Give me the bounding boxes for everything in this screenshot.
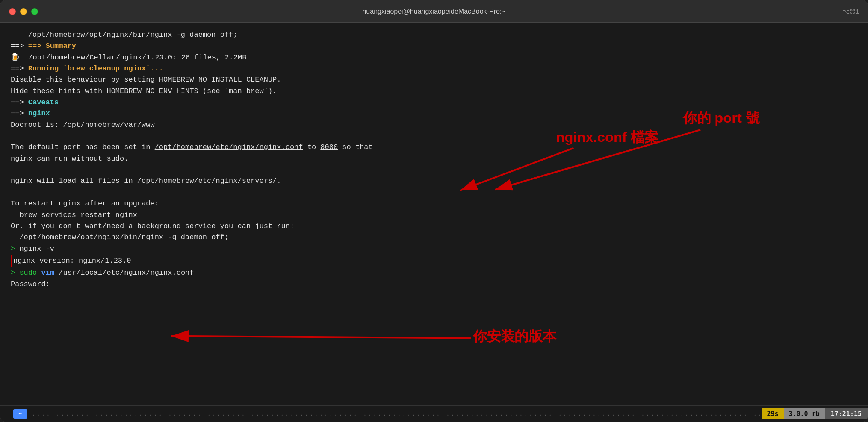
prompt-symbol-2: > (11, 269, 15, 277)
summary-line: ==> ==> Summary (11, 41, 857, 52)
term-line: Docroot is: /opt/homebrew/var/www (11, 120, 857, 131)
port-line: The default port has been set in /opt/ho… (11, 142, 857, 153)
term-line: Or, if you don't want/need a background … (11, 221, 857, 232)
term-line: /opt/homebrew/opt/nginx/bin/nginx -g dae… (11, 232, 857, 243)
rb-badge: 3.0.0 rb (784, 408, 825, 419)
term-line: Hide these hints with HOMEBREW_NO_ENV_HI… (11, 86, 857, 97)
caveats-label: Caveats (28, 98, 59, 106)
blank-line (11, 187, 857, 198)
clock-badge: 17:21:15 (825, 408, 868, 419)
port-number: 8080 (320, 143, 338, 151)
kbd-hint: ⌥⌘1 (843, 8, 859, 15)
svg-text:你安装的版本: 你安装的版本 (472, 328, 557, 344)
svg-line-8 (171, 336, 471, 338)
prompt-sudo-vim: > sudo vim /usr/local/etc/nginx/nginx.co… (11, 267, 857, 278)
maximize-button[interactable] (31, 8, 38, 15)
caveats-line: ==> Caveats (11, 97, 857, 108)
vim-cmd: vim (37, 269, 54, 277)
titlebar: huangxiaopei@huangxiaopeideMacBook-Pro:~… (0, 0, 868, 23)
blank-line (11, 164, 857, 176)
minimize-button[interactable] (20, 8, 27, 15)
version-output-container: nginx version: nginx/1.23.0 (11, 255, 133, 267)
conf-path: /opt/homebrew/etc/nginx/nginx.conf (155, 143, 303, 151)
term-line: /opt/homebrew/opt/nginx/bin/nginx -g dae… (11, 29, 857, 41)
term-line: Disable this behaviour by setting HOMEBR… (11, 74, 857, 85)
sudo-cmd: sudo (19, 269, 37, 277)
tilde-badge: ~ (13, 409, 27, 419)
nginx-header-line: ==> nginx (11, 108, 857, 119)
terminal-body: /opt/homebrew/opt/nginx/bin/nginx -g dae… (0, 23, 868, 405)
terminal-window: huangxiaopei@huangxiaopeideMacBook-Pro:~… (0, 0, 868, 422)
traffic-lights (9, 8, 38, 15)
prompt-nginx-v: > nginx -v (11, 243, 857, 255)
cellar-line: 🍺 /opt/homebrew/Cellar/nginx/1.23.0: 26 … (11, 52, 857, 63)
password-line: Password: (11, 279, 857, 290)
version-output: nginx version: nginx/1.23.0 (11, 255, 133, 267)
time-badge: 29s (762, 408, 783, 419)
term-line: brew services restart nginx (11, 210, 857, 221)
prompt-symbol: > (11, 245, 15, 253)
term-line: nginx can run without sudo. (11, 153, 857, 164)
blank-line (11, 131, 857, 142)
term-line: To restart nginx after an upgrade: (11, 198, 857, 209)
term-line: nginx will load all files in /opt/homebr… (11, 176, 857, 187)
running-line: ==> Running `brew cleanup nginx`... (11, 63, 857, 74)
status-dots: ........................................… (27, 410, 762, 417)
status-right: 29s 3.0.0 rb 17:21:15 (762, 408, 868, 419)
statusbar: ~ ......................................… (0, 405, 868, 422)
running-label: Running `brew cleanup nginx`... (28, 64, 163, 73)
nginx-label: nginx (28, 109, 50, 117)
summary-label: ==> Summary (28, 42, 76, 50)
window-title: huangxiaopei@huangxiaopeideMacBook-Pro:~ (362, 8, 505, 15)
close-button[interactable] (9, 8, 16, 15)
